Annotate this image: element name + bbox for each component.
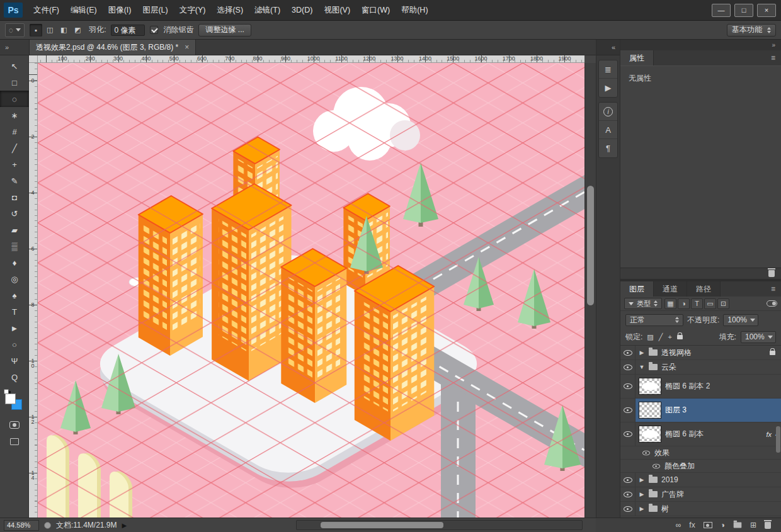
visibility-toggle[interactable] <box>620 422 636 446</box>
visibility-toggle[interactable] <box>620 473 636 487</box>
new-layer-icon[interactable]: ⊞ <box>750 521 756 529</box>
feather-input[interactable]: 0 像素 <box>111 25 145 36</box>
expand-panels-icon[interactable]: « <box>612 43 615 51</box>
group-expander-icon[interactable]: ▶ <box>639 491 645 497</box>
subtract-selection-button[interactable]: ◧ <box>57 24 70 37</box>
lasso-tool[interactable]: ◌ <box>0 91 29 107</box>
healing-brush-tool[interactable]: + <box>0 156 29 173</box>
link-layers-icon[interactable]: ∞ <box>676 521 681 529</box>
toolbar-collapse-icon[interactable]: » <box>0 40 29 55</box>
dodge-tool[interactable]: ◎ <box>0 271 29 287</box>
eraser-tool[interactable]: ▰ <box>0 222 29 238</box>
visibility-toggle[interactable] <box>620 346 636 359</box>
info-panel-icon[interactable]: i <box>599 103 617 121</box>
visibility-toggle[interactable] <box>620 502 636 516</box>
opacity-input[interactable]: 100% <box>723 314 758 326</box>
tab-properties[interactable]: 属性 <box>620 50 654 65</box>
delete-layer-icon[interactable] <box>765 522 771 529</box>
ruler-origin-corner[interactable] <box>29 55 38 63</box>
screen-mode-button[interactable] <box>0 433 29 450</box>
visibility-toggle[interactable] <box>620 399 636 422</box>
current-tool-preset[interactable]: ◌ <box>5 23 25 37</box>
layer-row[interactable]: ▶透视网格 <box>620 346 781 360</box>
menu-item[interactable]: 编辑(E) <box>65 6 103 14</box>
type-tool[interactable]: T <box>0 303 29 320</box>
brush-presets-panel-icon[interactable]: ≣ <box>599 60 617 79</box>
workspace-switcher[interactable]: 基本功能 <box>727 24 776 37</box>
add-selection-button[interactable]: ◫ <box>43 24 56 37</box>
paragraph-panel-icon[interactable]: ¶ <box>599 139 617 157</box>
vertical-scrollbar[interactable] <box>584 63 596 518</box>
vertical-scrollbar-thumb[interactable] <box>587 186 594 305</box>
foreground-color-swatch[interactable] <box>5 393 16 404</box>
blend-mode-select[interactable]: 正常 <box>625 314 683 326</box>
ellipse-tool[interactable]: ○ <box>0 336 29 353</box>
group-expander-icon[interactable]: ▶ <box>639 506 645 512</box>
add-layer-mask-icon[interactable] <box>704 522 712 528</box>
lock-transparency-icon[interactable]: ▨ <box>647 333 653 341</box>
character-panel-icon[interactable]: A <box>599 121 617 139</box>
tab-close-icon[interactable]: × <box>185 43 189 52</box>
menu-item[interactable]: 图层(L) <box>137 6 173 14</box>
document-tab[interactable]: 透视效果2.psd @ 44.6% (图层 3, RGB/8) * × <box>29 40 196 55</box>
menu-item[interactable]: 选择(S) <box>211 6 249 14</box>
rectangular-marquee-tool[interactable]: □ <box>0 74 29 91</box>
menu-item[interactable]: 视图(V) <box>318 6 356 14</box>
actions-panel-icon[interactable]: ▶ <box>599 79 617 97</box>
layer-filter-toggle[interactable] <box>767 300 777 307</box>
path-selection-tool[interactable]: ► <box>0 320 29 336</box>
move-tool[interactable]: ↖ <box>0 58 29 74</box>
layer-thumbnail[interactable] <box>639 426 661 443</box>
history-brush-tool[interactable]: ↺ <box>0 205 29 222</box>
gradient-tool[interactable]: ▒ <box>0 238 29 254</box>
layer-style-icon[interactable]: fx <box>689 521 695 529</box>
fill-input[interactable]: 100% <box>741 331 776 343</box>
layer-row[interactable]: 颜色叠加 <box>620 460 781 473</box>
lock-pixels-icon[interactable]: ╱ <box>659 333 663 341</box>
menu-item[interactable]: 窗口(W) <box>356 6 396 14</box>
clone-stamp-tool[interactable]: ◘ <box>0 189 29 205</box>
eyedropper-tool[interactable]: ╱ <box>0 140 29 156</box>
hand-tool[interactable]: Ψ <box>0 353 29 369</box>
filter-smart-objects-icon[interactable]: ⊡ <box>717 298 729 309</box>
maximize-button[interactable]: □ <box>734 4 753 17</box>
layers-panel-menu-icon[interactable]: ≡ <box>771 281 781 297</box>
color-swatches[interactable] <box>0 389 28 417</box>
group-expander-icon[interactable]: ▶ <box>639 477 645 483</box>
menu-item[interactable]: 文件(F) <box>28 6 65 14</box>
horizontal-scrollbar-thumb[interactable] <box>321 522 443 528</box>
fx-badge[interactable]: fx <box>766 431 772 438</box>
horizontal-scrollbar[interactable] <box>296 520 583 530</box>
minimize-button[interactable]: — <box>712 4 731 17</box>
lock-position-icon[interactable]: + <box>668 333 671 341</box>
collapse-dock-icon[interactable]: » <box>772 42 775 48</box>
tab-layers[interactable]: 图层 <box>620 281 654 297</box>
layer-filter-select[interactable]: 类型 <box>624 298 662 309</box>
new-group-icon[interactable] <box>734 523 742 528</box>
quick-selection-tool[interactable]: ∗ <box>0 107 29 123</box>
layer-row[interactable]: 图层 3 <box>620 399 781 422</box>
layer-row[interactable]: ▶2019 <box>620 473 781 487</box>
visibility-toggle[interactable] <box>620 487 636 501</box>
menu-item[interactable]: 3D(D) <box>286 6 318 14</box>
menu-item[interactable]: 帮助(H) <box>396 6 433 14</box>
vertical-ruler[interactable]: 024681 01 21 41 6 <box>29 63 38 518</box>
layer-thumbnail[interactable] <box>639 402 661 419</box>
layer-row[interactable]: 椭圆 6 副本 2 <box>620 375 781 399</box>
group-expander-icon[interactable]: ▶ <box>639 349 645 356</box>
refine-edge-button[interactable]: 调整边缘 ... <box>198 24 251 37</box>
new-selection-button[interactable]: ▪ <box>30 24 42 37</box>
adjustment-layer-icon[interactable]: ◑ <box>721 521 725 529</box>
layer-row[interactable]: ▶广告牌 <box>620 487 781 502</box>
menu-item[interactable]: 图像(I) <box>103 6 137 14</box>
eye-icon[interactable] <box>642 450 650 455</box>
properties-panel-menu-icon[interactable]: ≡ <box>771 50 781 65</box>
group-expander-icon[interactable]: ▼ <box>639 364 645 370</box>
properties-delete-icon[interactable] <box>768 270 775 277</box>
crop-tool[interactable]: # <box>0 123 29 140</box>
layer-thumbnail[interactable] <box>639 378 661 395</box>
zoom-tool[interactable]: Q <box>0 369 29 385</box>
filter-pixel-layers-icon[interactable]: ▦ <box>664 298 676 309</box>
blur-tool[interactable]: ♦ <box>0 254 29 271</box>
status-flyout-icon[interactable]: ▶ <box>122 522 127 529</box>
